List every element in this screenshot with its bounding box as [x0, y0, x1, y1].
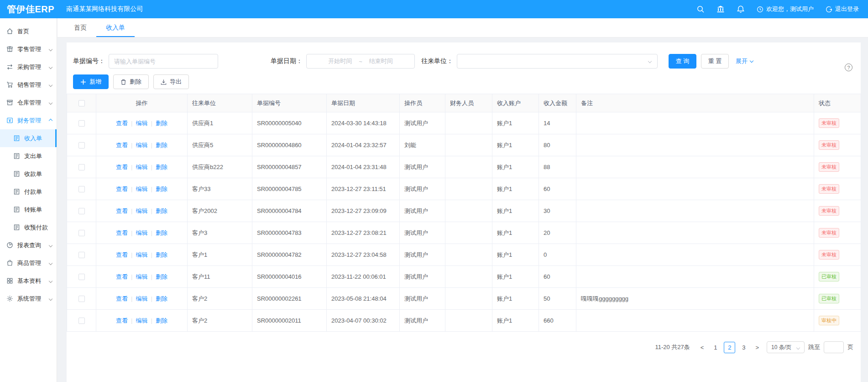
- help-icon[interactable]: ?: [845, 64, 852, 71]
- delete-link[interactable]: 删除: [156, 273, 167, 280]
- sidebar-item-transfer-bill[interactable]: 转账单: [0, 201, 57, 218]
- sidebar-item-goods[interactable]: 商品管理: [0, 254, 57, 272]
- income-amount-cell: 20: [539, 222, 576, 244]
- logout-button[interactable]: 退出登录: [826, 5, 859, 13]
- row-checkbox[interactable]: [78, 296, 85, 302]
- view-link[interactable]: 查看: [116, 207, 128, 214]
- bill-date-cell: 2024-01-04 23:31:48: [327, 156, 400, 178]
- income-amount-cell: 88: [539, 156, 576, 178]
- finance-staff-cell: [445, 266, 492, 288]
- row-checkbox[interactable]: [78, 252, 85, 258]
- view-link[interactable]: 查看: [116, 164, 128, 170]
- bill-date-cell: 2023-04-07 00:30:02: [327, 310, 400, 332]
- sidebar-item-retail[interactable]: 零售管理: [0, 40, 57, 58]
- page-size-select[interactable]: 10 条/页: [767, 341, 805, 353]
- view-link[interactable]: 查看: [116, 186, 128, 192]
- sidebar-item-label: 仓库管理: [17, 99, 41, 107]
- sidebar-item-finance[interactable]: 财务管理: [0, 111, 57, 129]
- edit-link[interactable]: 编辑: [136, 142, 148, 149]
- delete-link[interactable]: 删除: [156, 186, 167, 192]
- sidebar-item-prepayment[interactable]: 收预付款: [0, 218, 57, 236]
- edit-link[interactable]: 编辑: [136, 186, 148, 192]
- sidebar-item-receipt-bill[interactable]: 收款单: [0, 165, 57, 183]
- status-badge: 未审核: [819, 184, 839, 194]
- view-link[interactable]: 查看: [116, 251, 128, 258]
- grid-icon: [6, 277, 13, 284]
- edit-link[interactable]: 编辑: [136, 229, 148, 236]
- sidebar-item-home[interactable]: 首页: [0, 22, 57, 40]
- bank-icon[interactable]: [716, 5, 725, 13]
- export-button[interactable]: 导出: [153, 74, 189, 89]
- remark-cell: [576, 112, 814, 134]
- delete-link[interactable]: 删除: [156, 317, 167, 324]
- row-checkbox[interactable]: [78, 208, 85, 214]
- row-checkbox[interactable]: [78, 274, 85, 280]
- page-button-2[interactable]: 2: [724, 342, 735, 353]
- select-all-checkbox[interactable]: [78, 100, 85, 106]
- edit-link[interactable]: 编辑: [136, 164, 148, 170]
- view-link[interactable]: 查看: [116, 229, 128, 236]
- edit-link[interactable]: 编辑: [136, 317, 148, 324]
- edit-link[interactable]: 编辑: [136, 273, 148, 280]
- partner-cell: 供应商5: [188, 134, 252, 156]
- tab-income-bill[interactable]: 收入单: [96, 18, 135, 37]
- row-checkbox[interactable]: [78, 230, 85, 236]
- delete-link[interactable]: 删除: [156, 295, 167, 302]
- next-page-button[interactable]: >: [753, 344, 761, 351]
- search-icon[interactable]: [696, 5, 705, 13]
- expand-link[interactable]: 展开: [736, 57, 753, 65]
- view-link[interactable]: 查看: [116, 317, 128, 324]
- view-link[interactable]: 查看: [116, 273, 128, 280]
- welcome-user[interactable]: 欢迎您，测试用户: [757, 5, 814, 13]
- delete-link[interactable]: 删除: [156, 142, 167, 149]
- date-range-input[interactable]: 开始时间 ~ 结束时间: [306, 54, 415, 69]
- edit-link[interactable]: 编辑: [136, 207, 148, 214]
- income-amount-cell: 80: [539, 134, 576, 156]
- view-link[interactable]: 查看: [116, 120, 128, 127]
- sidebar-item-system[interactable]: 系统管理: [0, 290, 57, 308]
- delete-link[interactable]: 删除: [156, 120, 167, 127]
- page-button-1[interactable]: 1: [710, 342, 721, 353]
- delete-link[interactable]: 删除: [156, 207, 167, 214]
- sidebar-item-expense-bill[interactable]: 支出单: [0, 147, 57, 165]
- delete-link[interactable]: 删除: [156, 164, 167, 170]
- row-checkbox[interactable]: [78, 318, 85, 324]
- delete-button[interactable]: 删除: [113, 74, 149, 89]
- operator-cell: 测试用户: [400, 288, 445, 310]
- jump-page-input[interactable]: [824, 341, 844, 353]
- sidebar-item-report[interactable]: 报表查询: [0, 236, 57, 254]
- remark-cell: [576, 222, 814, 244]
- edit-link[interactable]: 编辑: [136, 251, 148, 258]
- row-checkbox[interactable]: [78, 142, 85, 149]
- status-badge: 未审核: [819, 140, 839, 150]
- bill-no-input[interactable]: [109, 54, 218, 69]
- partner-select[interactable]: [457, 54, 658, 69]
- sidebar-item-purchase[interactable]: 采购管理: [0, 58, 57, 76]
- row-checkbox[interactable]: [78, 164, 85, 170]
- page-button-3[interactable]: 3: [738, 342, 749, 353]
- partner-cell: 客户3: [188, 222, 252, 244]
- edit-link[interactable]: 编辑: [136, 120, 148, 127]
- tab-home[interactable]: 首页: [64, 18, 96, 37]
- edit-link[interactable]: 编辑: [136, 295, 148, 302]
- table-row: 查看|编辑|删除供应商1SR000000050402024-03-30 14:4…: [67, 112, 861, 134]
- sidebar-item-payment-bill[interactable]: 付款单: [0, 183, 57, 201]
- sidebar-item-sales[interactable]: 销售管理: [0, 76, 57, 94]
- income-bill-table: 操作往来单位单据编号单据日期操作员财务人员收入账户收入金额备注状态 查看|编辑|…: [67, 94, 861, 332]
- status-badge: 未审核: [819, 162, 839, 172]
- delete-link[interactable]: 删除: [156, 251, 167, 258]
- row-checkbox[interactable]: [78, 120, 85, 127]
- view-link[interactable]: 查看: [116, 142, 128, 149]
- reset-button[interactable]: 重 置: [701, 54, 729, 69]
- delete-link[interactable]: 删除: [156, 229, 167, 236]
- bell-icon[interactable]: [737, 5, 745, 13]
- add-button[interactable]: 新增: [73, 74, 109, 89]
- sidebar-item-warehouse[interactable]: 仓库管理: [0, 94, 57, 111]
- date-separator: ~: [359, 58, 362, 65]
- sidebar-item-income-bill[interactable]: 收入单: [0, 129, 57, 147]
- view-link[interactable]: 查看: [116, 295, 128, 302]
- search-button[interactable]: 查 询: [669, 54, 696, 69]
- sidebar-item-basic-data[interactable]: 基本资料: [0, 272, 57, 290]
- row-checkbox[interactable]: [78, 186, 85, 192]
- prev-page-button[interactable]: <: [698, 344, 706, 351]
